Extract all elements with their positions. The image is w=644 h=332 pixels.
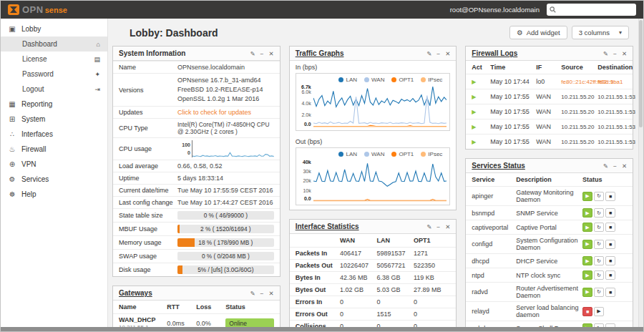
close-icon[interactable]: ✕: [269, 50, 274, 57]
table-row: Errors Out015150: [290, 308, 457, 320]
collapse-icon[interactable]: −: [436, 223, 440, 230]
edit-icon[interactable]: ✎: [250, 290, 255, 297]
edit-icon[interactable]: ✎: [603, 162, 608, 170]
service-row: captiveportalCaptive Portal▶↻■: [466, 220, 633, 234]
logo-text-opn: OPN: [22, 4, 44, 15]
table-row: Packets In406417598915371271: [290, 247, 457, 259]
service-stop-button[interactable]: ■: [605, 288, 615, 297]
sidebar-item-reporting[interactable]: ▦ Reporting: [1, 97, 107, 112]
service-running-indicator[interactable]: ▶: [582, 323, 592, 327]
close-icon[interactable]: ✕: [445, 50, 450, 57]
firewall-log-row: ▶ May 10 17:55 WAN 10.211.55.20 10.211.5…: [466, 134, 633, 149]
service-stopped-indicator[interactable]: ■: [582, 307, 592, 316]
edit-icon[interactable]: ✎: [426, 223, 431, 230]
sidebar-item-license[interactable]: License ▤: [1, 52, 107, 67]
sidebar-item-logout[interactable]: Logout ⇥: [1, 82, 107, 97]
widget-title-link[interactable]: Traffic Graphs: [296, 49, 344, 57]
widget-title: System Information: [119, 49, 185, 57]
edit-icon[interactable]: ✎: [603, 50, 608, 57]
service-row: configdSystem Configuration Daemon▶↻■: [466, 234, 633, 253]
search-input[interactable]: [558, 6, 633, 14]
service-restart-button[interactable]: ↻: [594, 192, 604, 201]
datetime-value: Tue May 10 17:55:59 CEST 2016: [177, 187, 274, 194]
widget-title-link[interactable]: Firewall Logs: [472, 49, 517, 57]
service-running-indicator[interactable]: ▶: [582, 192, 592, 201]
service-stop-button[interactable]: ■: [605, 240, 615, 249]
edit-icon[interactable]: ✎: [250, 50, 255, 57]
sidebar-item-services[interactable]: ⚙ Services: [1, 172, 107, 187]
service-restart-button[interactable]: ↻: [594, 270, 604, 280]
search-box[interactable]: [547, 4, 636, 16]
sidebar-item-lobby[interactable]: ▣ Lobby: [1, 21, 107, 36]
sidebar-item-password[interactable]: Password ✦: [1, 67, 107, 82]
service-stop-button[interactable]: ■: [605, 256, 615, 265]
edit-icon[interactable]: ✎: [426, 50, 431, 57]
print-icon: ▤: [94, 56, 100, 63]
service-stop-button[interactable]: ■: [605, 208, 615, 218]
state-table-progress: 0 % ( 46/99000 ): [177, 211, 274, 220]
service-stop-button[interactable]: ■: [605, 223, 615, 232]
opnsense-logo-icon: [8, 4, 19, 15]
close-icon[interactable]: ✕: [269, 290, 274, 297]
table-row: Collisions000: [290, 320, 457, 327]
window-bottom-edge: [1, 327, 643, 331]
gear-icon: ⚙: [517, 29, 523, 36]
service-restart-button[interactable]: ↻: [594, 223, 604, 232]
interface-statistics-widget: Interface Statistics ✎ − ✕ WAN LAN OPT1: [289, 219, 457, 327]
sidebar-item-help[interactable]: ☸ Help: [1, 187, 107, 202]
add-widget-button[interactable]: ⚙ Add widget: [509, 26, 567, 39]
traffic-in-label: In (bps): [290, 61, 457, 73]
service-stop-button[interactable]: ■: [605, 323, 615, 327]
logged-in-user[interactable]: root@OPNsense.localdomain: [450, 6, 540, 14]
gateway-row: WAN_DHCP10.211.55.1 0.0ms 0.0% Online: [113, 313, 280, 327]
service-running-indicator[interactable]: ▶: [582, 256, 592, 265]
close-icon[interactable]: ✕: [622, 162, 627, 170]
sidebar-item-interfaces[interactable]: ∴ Interfaces: [1, 127, 107, 142]
close-icon[interactable]: ✕: [622, 50, 627, 57]
service-restart-button[interactable]: ↻: [594, 208, 604, 218]
scrollbar-thumb[interactable]: [639, 20, 643, 127]
sidebar-item-vpn[interactable]: ⊕ VPN: [1, 157, 107, 172]
opnsense-logo[interactable]: OPN sense: [8, 4, 67, 15]
service-restart-button[interactable]: ↻: [594, 288, 604, 297]
service-running-indicator[interactable]: ▶: [582, 288, 592, 297]
pass-action-icon: ▶: [472, 139, 476, 145]
uptime-value: 5 days 18:33:14: [177, 175, 274, 182]
status-badge: Online: [225, 318, 273, 327]
collapse-icon[interactable]: −: [260, 290, 264, 297]
service-running-indicator[interactable]: ▶: [582, 208, 592, 218]
cpu-usage-sparkline: 1000: [177, 140, 274, 157]
widget-title-link[interactable]: Interface Statistics: [296, 223, 359, 230]
sidebar-item-system[interactable]: ⊞ System: [1, 112, 107, 127]
sidebar-item-firewall[interactable]: ♨ Firewall: [1, 142, 107, 157]
service-restart-button[interactable]: ↻: [594, 256, 604, 265]
gateways-widget: Gateways ✎ − ✕ Name RTT Loss Status: [112, 285, 280, 327]
service-stop-button[interactable]: ■: [605, 270, 615, 280]
service-running-indicator[interactable]: ▶: [582, 270, 592, 280]
columns-select[interactable]: 3 columns ▾: [572, 26, 629, 39]
check-updates-link[interactable]: Click to check for updates: [177, 109, 274, 116]
widget-title-link[interactable]: Services Status: [472, 162, 525, 170]
service-start-button[interactable]: ▶: [594, 307, 604, 316]
collapse-icon[interactable]: −: [260, 50, 264, 57]
widget-title-link[interactable]: Gateways: [119, 289, 152, 297]
service-restart-button[interactable]: ↻: [594, 240, 604, 249]
close-icon[interactable]: ✕: [445, 223, 450, 230]
wan-legend-dot: [364, 77, 369, 82]
pass-action-icon: ▶: [472, 124, 476, 130]
service-restart-button[interactable]: ↻: [594, 323, 604, 327]
load-average-value: 0.66, 0.58, 0.52: [177, 162, 274, 170]
service-stop-button[interactable]: ■: [605, 192, 615, 201]
collapse-icon[interactable]: −: [613, 162, 617, 170]
versions-value: OPNsense 16.7.b_31-amd64 FreeBSD 10.2-RE…: [177, 76, 274, 104]
service-running-indicator[interactable]: ▶: [582, 223, 592, 232]
vertical-scrollbar[interactable]: [638, 19, 643, 327]
table-row: Errors In000: [290, 296, 457, 308]
service-running-indicator[interactable]: ▶: [582, 240, 592, 249]
collapse-icon[interactable]: −: [436, 50, 440, 57]
firewall-log-row: ▶ May 10 17:55 WAN 10.211.55.20 10.211.5…: [466, 119, 633, 134]
key-icon: ✦: [94, 71, 100, 78]
sidebar-item-dashboard[interactable]: Dashboard ⌂: [1, 36, 107, 52]
ipsec-legend-dot: [421, 77, 426, 82]
collapse-icon[interactable]: −: [613, 50, 617, 57]
